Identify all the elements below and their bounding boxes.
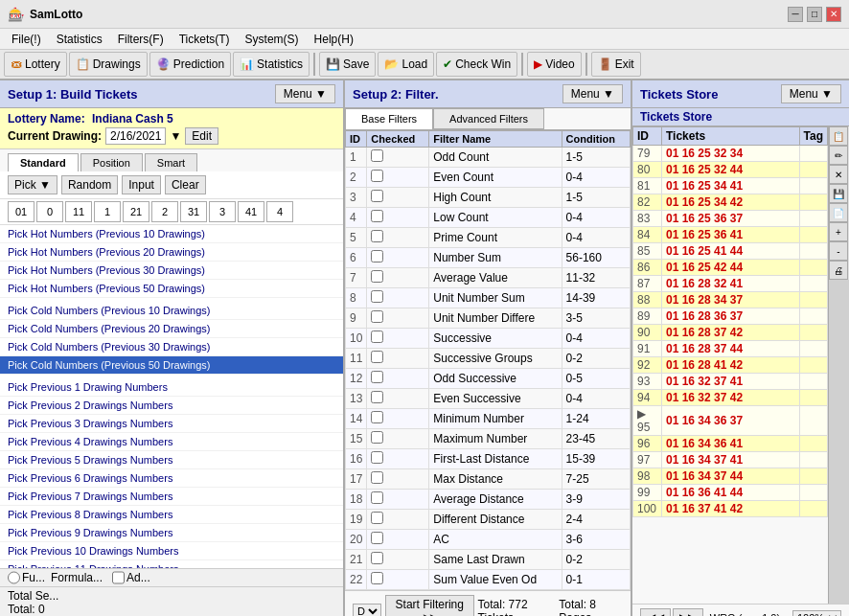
filter-checkbox[interactable] [371, 170, 383, 182]
check-win-button[interactable]: ✔ Check Win [436, 52, 517, 77]
list-item[interactable]: Pick Previous 10 Drawings Numbers [0, 542, 343, 560]
filter-checkbox-cell[interactable] [367, 429, 429, 449]
ticket-row[interactable]: 91 01 16 28 37 44 [633, 341, 828, 357]
filter-checkbox[interactable] [371, 491, 383, 504]
filter-tab-advanced[interactable]: Advanced Filters [433, 108, 544, 129]
ticket-row[interactable]: 82 01 16 25 34 42 [633, 194, 828, 211]
filter-row[interactable]: 20 AC 3-6 [346, 530, 631, 550]
ticket-row[interactable]: 96 01 16 34 36 41 [633, 436, 828, 452]
statistics-button[interactable]: 📊 Statistics [233, 52, 310, 77]
filter-row[interactable]: 16 First-Last Distance 15-39 [346, 449, 631, 469]
filter-checkbox-cell[interactable] [367, 168, 429, 188]
filter-checkbox[interactable] [371, 532, 383, 544]
side-copy-button[interactable]: 📋 [829, 126, 848, 146]
filter-row[interactable]: 18 Average Distance 3-9 [346, 490, 631, 510]
mid-menu-button[interactable]: Menu ▼ [562, 84, 623, 103]
drawing-dropdown-icon[interactable]: ▼ [170, 129, 181, 143]
tab-position[interactable]: Position [80, 153, 143, 171]
start-filtering-button[interactable]: Start Filtering >> [385, 595, 474, 616]
filter-checkbox[interactable] [371, 230, 383, 242]
list-item[interactable]: Pick Hot Numbers (Previous 30 Drawings) [0, 262, 343, 280]
filter-row[interactable]: 13 Even Successive 0-4 [346, 389, 631, 409]
formula-radio-full[interactable] [8, 571, 20, 584]
filter-row[interactable]: 7 Average Value 11-32 [346, 268, 631, 288]
list-item[interactable]: Pick Previous 3 Drawings Numbers [0, 415, 343, 433]
side-print-button[interactable]: 🖨 [829, 261, 848, 280]
ticket-row[interactable]: 83 01 16 25 36 37 [633, 211, 828, 227]
filter-checkbox[interactable] [371, 512, 383, 524]
filter-row[interactable]: 21 Same Last Drawn 0-2 [346, 550, 631, 570]
list-item[interactable]: Pick Previous 11 Drawings Numbers [0, 560, 343, 568]
prediction-button[interactable]: 🔮 Prediction [149, 52, 231, 77]
menu-file[interactable]: File(!) [4, 31, 49, 48]
list-item[interactable]: Pick Hot Numbers (Previous 10 Drawings) [0, 225, 343, 243]
list-item[interactable]: Pick Previous 7 Drawings Numbers [0, 488, 343, 506]
filter-row[interactable]: 3 High Count 1-5 [346, 188, 631, 208]
side-edit-button[interactable]: ✏ [829, 146, 848, 165]
drawings-button[interactable]: 📋 Drawings [69, 52, 148, 77]
ticket-row[interactable]: 98 01 16 34 37 44 [633, 468, 828, 485]
tickets-scrollbar[interactable] [829, 280, 849, 604]
minimize-button[interactable]: ─ [788, 7, 803, 22]
clear-button[interactable]: Clear [165, 175, 206, 194]
input-button[interactable]: Input [122, 175, 161, 194]
filter-row[interactable]: 6 Number Sum 56-160 [346, 248, 631, 268]
filter-checkbox[interactable] [371, 572, 383, 584]
filter-checkbox-cell[interactable] [367, 329, 429, 349]
filter-row[interactable]: 19 Different Distance 2-4 [346, 510, 631, 530]
menu-statistics[interactable]: Statistics [49, 31, 110, 48]
ticket-row[interactable]: ▶ 95 01 16 34 36 37 [633, 406, 828, 436]
filter-checkbox[interactable] [371, 331, 383, 343]
ticket-row[interactable]: 86 01 16 25 42 44 [633, 260, 828, 276]
close-button[interactable]: ✕ [826, 7, 841, 22]
ticket-row[interactable]: 99 01 16 36 41 44 [633, 485, 828, 501]
filter-checkbox-cell[interactable] [367, 349, 429, 369]
save-button[interactable]: 💾 Save [319, 52, 376, 77]
list-item[interactable]: Pick Previous 9 Drawings Numbers [0, 524, 343, 542]
list-item[interactable]: Pick Hot Numbers (Previous 20 Drawings) [0, 243, 343, 262]
filter-row[interactable]: 17 Max Distance 7-25 [346, 469, 631, 490]
filter-checkbox[interactable] [371, 310, 383, 323]
tab-standard[interactable]: Standard [8, 153, 79, 171]
filter-checkbox-cell[interactable] [367, 288, 429, 308]
filter-row[interactable]: 9 Unit Number Differe 3-5 [346, 308, 631, 329]
filter-checkbox[interactable] [371, 190, 383, 202]
filter-checkbox-cell[interactable] [367, 188, 429, 208]
ticket-row[interactable]: 89 01 16 28 36 37 [633, 308, 828, 325]
next-page-button[interactable]: ▶▶ [673, 608, 703, 616]
left-menu-button[interactable]: Menu ▼ [275, 84, 335, 103]
filter-checkbox-cell[interactable] [367, 449, 429, 469]
exit-button[interactable]: 🚪 Exit [591, 52, 641, 77]
filter-checkbox-cell[interactable] [367, 570, 429, 590]
filter-checkbox[interactable] [371, 351, 383, 363]
filter-row[interactable]: 4 Low Count 0-4 [346, 208, 631, 228]
filter-checkbox-cell[interactable] [367, 369, 429, 389]
ticket-row[interactable]: 97 01 16 34 37 41 [633, 452, 828, 468]
filter-checkbox-cell[interactable] [367, 248, 429, 268]
list-item[interactable]: Pick Hot Numbers (Previous 50 Drawings) [0, 280, 343, 298]
filter-checkbox[interactable] [371, 250, 383, 262]
menu-filters[interactable]: Filters(F) [110, 31, 172, 48]
filter-dropdown[interactable]: D [353, 604, 381, 616]
ticket-row[interactable]: 100 01 16 37 41 42 [633, 501, 828, 517]
filter-checkbox-cell[interactable] [367, 469, 429, 490]
filter-checkbox[interactable] [371, 270, 383, 283]
filter-row[interactable]: 22 Sum Value Even Od 0-1 [346, 570, 631, 590]
prev-page-button[interactable]: ◀◀ [640, 608, 671, 616]
side-page-button[interactable]: 📄 [829, 203, 848, 222]
filter-row[interactable]: 10 Successive 0-4 [346, 329, 631, 349]
lottery-button[interactable]: 🎟 Lottery [4, 52, 67, 77]
menu-tickets[interactable]: Tickets(T) [172, 31, 238, 48]
ticket-row[interactable]: 90 01 16 28 37 42 [633, 325, 828, 341]
filter-checkbox-cell[interactable] [367, 308, 429, 329]
filter-checkbox-cell[interactable] [367, 550, 429, 570]
ticket-row[interactable]: 88 01 16 28 34 37 [633, 292, 828, 308]
list-item[interactable]: Pick Previous 2 Drawings Numbers [0, 397, 343, 415]
random-button[interactable]: Random [61, 175, 118, 194]
filter-checkbox[interactable] [371, 471, 383, 484]
ticket-row[interactable]: 85 01 16 25 41 44 [633, 243, 828, 260]
filter-checkbox[interactable] [371, 290, 383, 303]
filter-checkbox[interactable] [371, 210, 383, 222]
ticket-row[interactable]: 87 01 16 28 32 41 [633, 276, 828, 292]
ticket-row[interactable]: 81 01 16 25 34 41 [633, 178, 828, 194]
